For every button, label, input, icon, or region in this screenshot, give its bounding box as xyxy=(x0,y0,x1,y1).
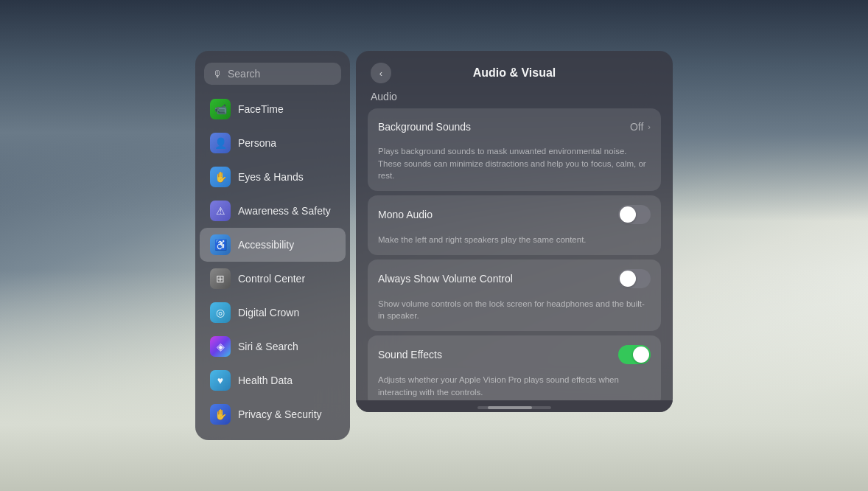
volume-control-label: Always Show Volume Control xyxy=(378,273,513,285)
background-sounds-label: Background Sounds xyxy=(378,121,471,133)
sidebar-icon-eyes-hands: ✋ xyxy=(210,167,231,187)
sidebar-label-facetime: FaceTime xyxy=(238,103,284,115)
volume-control-row: Always Show Volume Control xyxy=(368,260,661,298)
background-sounds-value: Off xyxy=(630,121,643,133)
mono-audio-row: Mono Audio xyxy=(368,195,661,234)
sidebar-icon-privacy: ✋ xyxy=(210,404,231,425)
background-sounds-row[interactable]: Background Sounds Off › xyxy=(368,108,661,145)
volume-control-toggle[interactable] xyxy=(618,269,651,288)
panel-header: ‹ Audio & Visual xyxy=(356,51,673,91)
sound-effects-label: Sound Effects xyxy=(378,349,442,361)
main-panel: ‹ Audio & Visual Audio Background Sounds… xyxy=(356,51,673,412)
volume-control-card: Always Show Volume Control Show volume c… xyxy=(368,260,661,331)
sidebar-icon-digital-crown: ◎ xyxy=(210,302,231,323)
sidebar-item-eyes-hands[interactable]: ✋Eyes & Hands xyxy=(200,160,346,194)
panel-content: Audio Background Sounds Off › Plays back… xyxy=(356,91,673,400)
mono-audio-card: Mono Audio Make the left and right speak… xyxy=(368,195,661,255)
sidebar: 🎙 Search 📹FaceTime👤Persona✋Eyes & Hands⚠… xyxy=(195,51,350,440)
sound-effects-desc: Adjusts whether your Apple Vision Pro pl… xyxy=(368,374,661,400)
sidebar-icon-control-center: ⊞ xyxy=(210,268,231,289)
volume-control-toggle-knob xyxy=(620,271,636,287)
sidebar-label-health-data: Health Data xyxy=(238,375,293,386)
sidebar-label-accessibility: Accessibility xyxy=(238,239,294,251)
sidebar-items-list: 📹FaceTime👤Persona✋Eyes & Hands⚠Awareness… xyxy=(195,92,350,431)
scroll-indicator xyxy=(356,400,673,412)
mono-audio-toggle[interactable] xyxy=(618,205,651,224)
sidebar-icon-health-data: ♥ xyxy=(210,370,231,391)
background-sounds-desc: Plays background sounds to mask unwanted… xyxy=(368,145,661,191)
sidebar-item-health-data[interactable]: ♥Health Data xyxy=(200,363,346,397)
sidebar-icon-awareness: ⚠ xyxy=(210,201,231,221)
sidebar-item-digital-crown[interactable]: ◎Digital Crown xyxy=(200,296,346,330)
sidebar-item-accessibility[interactable]: ♿Accessibility xyxy=(200,228,346,262)
sidebar-label-privacy: Privacy & Security xyxy=(238,408,322,420)
sidebar-label-eyes-hands: Eyes & Hands xyxy=(238,171,304,183)
chevron-right-icon: › xyxy=(648,122,651,131)
sidebar-label-siri-search: Siri & Search xyxy=(238,341,298,352)
sidebar-label-digital-crown: Digital Crown xyxy=(238,307,299,318)
sound-effects-toggle[interactable] xyxy=(618,345,651,364)
background-sounds-card: Background Sounds Off › Plays background… xyxy=(368,108,661,191)
sound-effects-toggle-knob xyxy=(633,347,649,363)
ui-container: 🎙 Search 📹FaceTime👤Persona✋Eyes & Hands⚠… xyxy=(195,51,673,440)
sidebar-label-awareness: Awareness & Safety xyxy=(238,205,331,217)
scroll-track xyxy=(477,406,551,409)
sound-effects-row: Sound Effects xyxy=(368,335,661,374)
sidebar-icon-siri-search: ◈ xyxy=(210,336,231,357)
search-bar[interactable]: 🎙 Search xyxy=(204,63,341,85)
sidebar-icon-persona: 👤 xyxy=(210,133,231,153)
sound-effects-card: Sound Effects Adjusts whether your Apple… xyxy=(368,335,661,400)
sidebar-item-awareness[interactable]: ⚠Awareness & Safety xyxy=(200,194,346,228)
mono-audio-toggle-knob xyxy=(620,206,636,223)
sidebar-icon-accessibility: ♿ xyxy=(210,234,231,255)
sidebar-item-facetime[interactable]: 📹FaceTime xyxy=(200,92,346,126)
sidebar-icon-facetime: 📹 xyxy=(210,99,231,119)
sidebar-item-control-center[interactable]: ⊞Control Center xyxy=(200,262,346,296)
sidebar-item-siri-search[interactable]: ◈Siri & Search xyxy=(200,330,346,363)
sidebar-item-privacy[interactable]: ✋Privacy & Security xyxy=(200,397,346,431)
scroll-thumb xyxy=(488,406,532,409)
mono-audio-label: Mono Audio xyxy=(378,209,433,220)
sidebar-label-persona: Persona xyxy=(238,137,276,149)
audio-section-label: Audio xyxy=(368,91,661,102)
panel-title: Audio & Visual xyxy=(371,66,658,80)
volume-control-desc: Show volume controls on the lock screen … xyxy=(368,298,661,331)
search-placeholder: Search xyxy=(228,68,260,80)
sidebar-item-persona[interactable]: 👤Persona xyxy=(200,126,346,160)
mic-icon: 🎙 xyxy=(213,69,223,80)
mono-audio-desc: Make the left and right speakers play th… xyxy=(368,234,661,255)
sidebar-label-control-center: Control Center xyxy=(238,273,305,285)
background-sounds-right: Off › xyxy=(630,121,651,133)
